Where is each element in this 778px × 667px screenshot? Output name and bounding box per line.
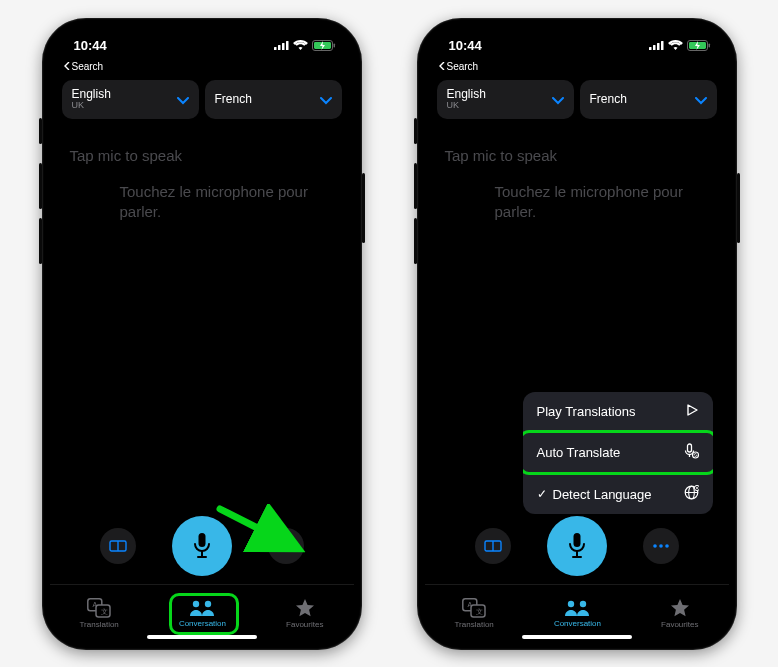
target-language-selector[interactable]: French xyxy=(205,80,342,119)
source-language-selector[interactable]: EnglishUK xyxy=(62,80,199,119)
tab-conversation[interactable]: Conversation xyxy=(554,599,601,628)
target-language-name: French xyxy=(590,93,627,106)
controls-row xyxy=(425,516,729,584)
microphone-button[interactable] xyxy=(547,516,607,576)
tab-favourites[interactable]: Favourites xyxy=(286,598,323,629)
prompt-english: Tap mic to speak xyxy=(70,147,334,164)
svg-rect-27 xyxy=(708,43,710,47)
svg-rect-23 xyxy=(657,43,660,50)
svg-point-42 xyxy=(659,544,663,548)
tab-bar: A文 Translation Conversation Favourites xyxy=(50,584,354,642)
svg-point-41 xyxy=(653,544,657,548)
controls-row xyxy=(50,516,354,584)
notch xyxy=(507,26,647,48)
svg-rect-3 xyxy=(286,41,289,50)
svg-point-30 xyxy=(692,452,698,458)
tab-conversation[interactable]: Conversation xyxy=(179,599,226,628)
phone-mockup-2: 10:44 Search EnglishUK French Tap mic to… xyxy=(417,18,737,650)
menu-item-auto-translate[interactable]: Auto Translate xyxy=(523,432,713,474)
svg-point-43 xyxy=(665,544,669,548)
face-to-face-button[interactable] xyxy=(475,528,511,564)
menu-item-play-translations[interactable]: Play Translations xyxy=(523,392,713,432)
svg-rect-24 xyxy=(661,41,664,50)
tab-translation-label: Translation xyxy=(455,620,494,629)
tab-favourites[interactable]: Favourites xyxy=(661,598,698,629)
wifi-icon xyxy=(293,40,308,51)
signal-icon xyxy=(649,40,664,50)
menu-item-detect-language[interactable]: ✓Detect Language xyxy=(523,474,713,514)
back-search-link[interactable]: Search xyxy=(50,60,354,72)
more-options-button[interactable] xyxy=(643,528,679,564)
svg-rect-38 xyxy=(573,533,580,547)
svg-text:文: 文 xyxy=(101,608,108,615)
svg-point-19 xyxy=(193,601,199,607)
tab-translation[interactable]: A文 Translation xyxy=(455,598,494,629)
svg-point-20 xyxy=(205,601,211,607)
chevron-down-icon xyxy=(695,91,707,109)
face-to-face-button[interactable] xyxy=(100,528,136,564)
notch xyxy=(132,26,272,48)
battery-icon xyxy=(687,40,711,51)
prompt-english: Tap mic to speak xyxy=(445,147,709,164)
source-language-sub: UK xyxy=(447,101,486,111)
status-time: 10:44 xyxy=(74,38,107,53)
globe-icon xyxy=(684,485,699,503)
svg-point-48 xyxy=(568,601,574,607)
svg-rect-28 xyxy=(687,444,691,452)
more-options-button[interactable] xyxy=(268,528,304,564)
microphone-button[interactable] xyxy=(172,516,232,576)
wifi-icon xyxy=(668,40,683,51)
svg-text:文: 文 xyxy=(476,608,483,615)
battery-icon xyxy=(312,40,336,51)
svg-rect-9 xyxy=(198,533,205,547)
source-language-sub: UK xyxy=(72,101,111,111)
svg-rect-21 xyxy=(649,47,652,50)
svg-rect-22 xyxy=(653,45,656,50)
checkmark-icon: ✓ xyxy=(537,487,547,501)
svg-rect-1 xyxy=(278,45,281,50)
tab-bar: A文 Translation Conversation Favourites xyxy=(425,584,729,642)
prompt-french: Touchez le microphone pour parler. xyxy=(120,182,334,221)
svg-text:A: A xyxy=(468,601,473,608)
target-language-name: French xyxy=(215,93,252,106)
chevron-down-icon xyxy=(320,91,332,109)
tab-favourites-label: Favourites xyxy=(286,620,323,629)
tab-conversation-label: Conversation xyxy=(179,619,226,628)
chevron-down-icon xyxy=(177,91,189,109)
svg-rect-2 xyxy=(282,43,285,50)
chevron-down-icon xyxy=(552,91,564,109)
svg-point-49 xyxy=(580,601,586,607)
back-search-link[interactable]: Search xyxy=(425,60,729,72)
status-time: 10:44 xyxy=(449,38,482,53)
source-language-selector[interactable]: EnglishUK xyxy=(437,80,574,119)
target-language-selector[interactable]: French xyxy=(580,80,717,119)
svg-point-14 xyxy=(290,544,294,548)
mic-auto-icon xyxy=(683,443,699,462)
svg-point-35 xyxy=(696,487,698,489)
svg-point-12 xyxy=(278,544,282,548)
more-options-menu: Play Translations Auto Translate ✓Detect… xyxy=(523,392,713,514)
svg-point-13 xyxy=(284,544,288,548)
phone-mockup-1: 10:44 Search EnglishUK French Tap mic to… xyxy=(42,18,362,650)
tab-conversation-label: Conversation xyxy=(554,619,601,628)
signal-icon xyxy=(274,40,289,50)
svg-text:A: A xyxy=(93,601,98,608)
home-indicator[interactable] xyxy=(147,635,257,639)
svg-rect-0 xyxy=(274,47,277,50)
tab-translation[interactable]: A文 Translation xyxy=(80,598,119,629)
tab-favourites-label: Favourites xyxy=(661,620,698,629)
tab-translation-label: Translation xyxy=(80,620,119,629)
play-icon xyxy=(685,403,699,420)
prompt-french: Touchez le microphone pour parler. xyxy=(495,182,709,221)
home-indicator[interactable] xyxy=(522,635,632,639)
svg-rect-6 xyxy=(333,43,335,47)
